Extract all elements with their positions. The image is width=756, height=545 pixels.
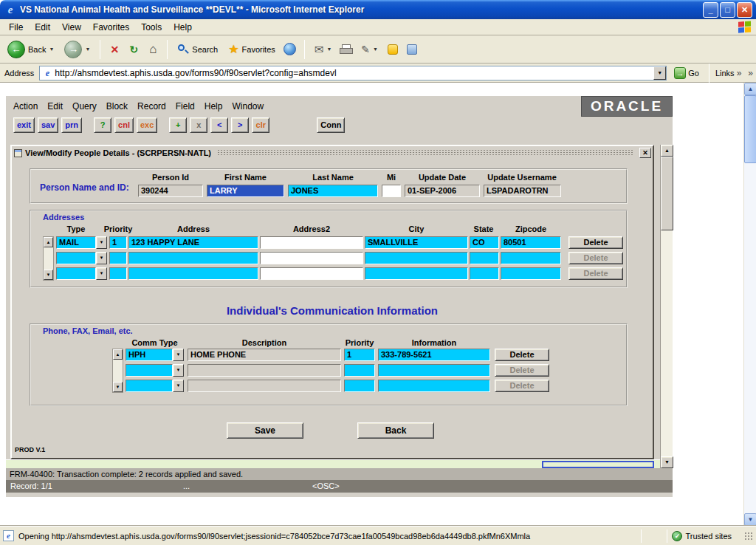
- forms-menu-query[interactable]: Query: [72, 101, 97, 112]
- comm-priority-field[interactable]: [344, 364, 375, 377]
- comm-scrollbar[interactable]: ▲ ▼: [112, 349, 123, 393]
- discuss-button[interactable]: [405, 42, 419, 57]
- go-button[interactable]: → Go: [670, 66, 703, 80]
- people-details-titlebar[interactable]: View/Modify People Details - (SCRPERSN-N…: [12, 146, 653, 160]
- forms-conn-button[interactable]: Conn: [317, 117, 345, 133]
- maximize-button[interactable]: □: [720, 2, 735, 18]
- scroll-up-icon[interactable]: ▲: [113, 349, 123, 360]
- zipcode-field[interactable]: [501, 267, 561, 280]
- forms-menu-action[interactable]: Action: [13, 101, 38, 112]
- address2-field[interactable]: [260, 267, 363, 280]
- zipcode-field[interactable]: [501, 252, 561, 264]
- forms-menu-field[interactable]: Field: [176, 101, 195, 112]
- browser-scrollbar-thumb[interactable]: [744, 95, 756, 163]
- address-type-field[interactable]: MAIL: [56, 236, 96, 249]
- close-button[interactable]: ✕: [737, 2, 752, 18]
- forward-button[interactable]: → ▼: [61, 39, 93, 60]
- address2-field[interactable]: [260, 252, 363, 264]
- back-button[interactable]: ← Back ▼: [4, 39, 57, 60]
- state-field[interactable]: CO: [470, 236, 499, 249]
- forms-menu-window[interactable]: Window: [232, 101, 264, 112]
- forward-dropdown-icon[interactable]: ▼: [85, 47, 90, 52]
- favorites-button[interactable]: ★ Favorites: [225, 41, 278, 58]
- menu-edit[interactable]: Edit: [29, 20, 56, 35]
- links-button[interactable]: Links »: [715, 68, 744, 78]
- forms-cancel-button[interactable]: cnl: [114, 117, 134, 133]
- search-button[interactable]: Search: [174, 42, 221, 57]
- back-dropdown-icon[interactable]: ▼: [49, 47, 54, 52]
- minimize-button[interactable]: _: [703, 2, 718, 18]
- forms-exit-button[interactable]: exit: [13, 117, 35, 133]
- comm-type-field[interactable]: [126, 364, 173, 377]
- toolbar-overflow-chevron-icon[interactable]: »: [748, 68, 753, 78]
- comm-type-dropdown-icon[interactable]: ▼: [173, 364, 184, 377]
- addresses-scrollbar[interactable]: ▲ ▼: [43, 236, 54, 281]
- city-field[interactable]: [365, 267, 468, 280]
- description-field[interactable]: HOME PHONE: [188, 349, 341, 361]
- home-button[interactable]: ⌂: [145, 42, 160, 57]
- address-priority-field[interactable]: 1: [109, 236, 127, 249]
- forms-insert-button[interactable]: +: [169, 117, 187, 133]
- address2-field[interactable]: [260, 236, 363, 249]
- menu-tools[interactable]: Tools: [135, 20, 168, 35]
- address-delete-button[interactable]: Delete: [568, 236, 623, 249]
- update-username-field[interactable]: LSPADAROTRN: [484, 185, 561, 197]
- forms-execute-button[interactable]: exc: [137, 117, 157, 133]
- menu-favorites[interactable]: Favorites: [87, 20, 135, 35]
- forms-menu-edit[interactable]: Edit: [47, 101, 63, 112]
- comm-type-dropdown-icon[interactable]: ▼: [173, 380, 184, 392]
- print-button[interactable]: [339, 42, 354, 57]
- type-dropdown-icon[interactable]: ▼: [96, 267, 107, 280]
- information-field[interactable]: [378, 364, 490, 377]
- browser-scroll-down-icon[interactable]: ▼: [744, 513, 756, 526]
- comm-type-dropdown-icon[interactable]: ▼: [173, 349, 184, 361]
- edit-button[interactable]: ✎ ▼: [358, 42, 381, 57]
- mail-dropdown-icon[interactable]: ▼: [326, 47, 331, 52]
- comm-delete-button[interactable]: Delete: [495, 349, 549, 361]
- mdi-scroll-down-icon[interactable]: ▼: [661, 456, 673, 468]
- information-field[interactable]: [378, 380, 490, 392]
- stop-button[interactable]: ✕: [107, 42, 122, 57]
- address-type-field[interactable]: [56, 252, 96, 264]
- forms-next-button[interactable]: >: [231, 117, 249, 133]
- forms-window-close-icon[interactable]: ✕: [639, 148, 651, 158]
- forms-delete-button[interactable]: x: [190, 117, 207, 133]
- mi-field[interactable]: [382, 185, 401, 197]
- information-field[interactable]: 333-789-5621: [378, 349, 490, 361]
- description-field[interactable]: [188, 364, 341, 377]
- resize-grip[interactable]: [743, 531, 753, 541]
- address-field[interactable]: 123 HAPPY LANE: [128, 236, 258, 249]
- browser-scroll-up-icon[interactable]: ▲: [744, 83, 756, 95]
- comm-type-field[interactable]: HPH: [126, 349, 173, 361]
- save-button[interactable]: Save: [227, 422, 303, 439]
- forms-previous-button[interactable]: <: [210, 117, 228, 133]
- back-button[interactable]: Back: [357, 422, 434, 439]
- scroll-down-icon[interactable]: ▼: [113, 382, 123, 392]
- media-button[interactable]: [283, 42, 298, 57]
- person-id-field[interactable]: 390244: [138, 185, 203, 197]
- forms-clear-button[interactable]: clr: [252, 117, 269, 133]
- zipcode-field[interactable]: 80501: [501, 236, 561, 249]
- forms-print-button[interactable]: prn: [61, 117, 82, 133]
- scroll-down-icon[interactable]: ▼: [44, 270, 53, 280]
- comm-priority-field[interactable]: 1: [344, 349, 375, 361]
- window-drag-area[interactable]: [217, 149, 633, 157]
- address-url[interactable]: http://ahsmdevtest.aphis.usda.gov/forms9…: [55, 68, 653, 78]
- address-input[interactable]: e http://ahsmdevtest.aphis.usda.gov/form…: [39, 66, 667, 80]
- refresh-button[interactable]: ↻: [126, 42, 141, 57]
- edit-dropdown-icon[interactable]: ▼: [373, 47, 378, 52]
- mdi-scrollbar[interactable]: ▲ ▼: [660, 145, 673, 468]
- state-field[interactable]: [470, 267, 499, 280]
- forms-menu-block[interactable]: Block: [106, 101, 128, 112]
- address-priority-field[interactable]: [109, 267, 127, 280]
- forms-save-button[interactable]: sav: [38, 117, 58, 133]
- mdi-scrollbar-thumb[interactable]: [661, 157, 673, 230]
- description-field[interactable]: [188, 380, 341, 392]
- menu-view[interactable]: View: [56, 20, 87, 35]
- address-type-field[interactable]: [56, 267, 96, 280]
- address-priority-field[interactable]: [109, 252, 127, 264]
- state-field[interactable]: [470, 252, 499, 264]
- forms-menu-record[interactable]: Record: [137, 101, 166, 112]
- address-field[interactable]: [128, 252, 258, 264]
- mail-button[interactable]: ✉ ▼: [312, 41, 335, 58]
